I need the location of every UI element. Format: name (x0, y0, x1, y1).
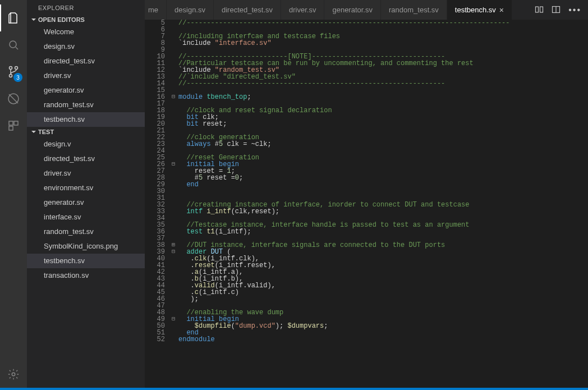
fold-marker[interactable] (169, 282, 177, 289)
code-line[interactable]: //clock and reset signal declaration (178, 107, 588, 114)
status-bar[interactable] (0, 388, 588, 390)
more-icon[interactable]: ••• (568, 5, 581, 15)
fold-marker[interactable] (169, 215, 177, 222)
code-line[interactable]: //enabling the wave dump (178, 309, 588, 316)
editor-tab[interactable]: random_test.sv (381, 0, 447, 20)
search-icon[interactable] (0, 31, 27, 58)
fold-marker[interactable] (169, 47, 177, 53)
editor-tab[interactable]: design.sv (167, 0, 214, 20)
fold-marker[interactable] (169, 20, 177, 26)
fold-marker[interactable] (169, 329, 177, 336)
fold-marker[interactable] (169, 141, 177, 148)
extensions-icon[interactable] (0, 112, 27, 139)
fold-marker[interactable] (169, 228, 177, 235)
fold-marker[interactable] (169, 148, 177, 154)
close-icon[interactable]: × (499, 6, 504, 15)
file-item[interactable]: environment.sv (27, 181, 145, 195)
fold-marker[interactable] (169, 87, 177, 94)
fold-marker[interactable] (169, 276, 177, 282)
file-item[interactable]: directed_test.sv (27, 54, 145, 68)
file-item[interactable]: generator.sv (27, 83, 145, 98)
section-test[interactable]: TEST (27, 127, 145, 137)
fold-gutter[interactable]: ⊟⊟⊞⊟⊟ (169, 20, 177, 388)
code-line[interactable]: always #5 clk = ~clk; (178, 141, 588, 148)
fold-marker[interactable] (169, 235, 177, 242)
fold-marker[interactable] (169, 67, 177, 74)
fold-marker[interactable] (169, 134, 177, 141)
editor-tab[interactable]: testbench.sv× (447, 0, 512, 20)
fold-marker[interactable] (169, 26, 177, 33)
fold-marker[interactable] (169, 121, 177, 127)
fold-marker[interactable] (169, 269, 177, 276)
code-line[interactable]: .valid(i_intf.valid), (178, 282, 588, 289)
split-editor-icon[interactable] (552, 5, 561, 15)
fold-marker[interactable] (169, 60, 177, 67)
editor-tab[interactable]: directed_test.sv (214, 0, 281, 20)
section-open-editors[interactable]: OPEN EDITORS (27, 15, 145, 25)
file-item[interactable]: random_test.sv (27, 98, 145, 112)
code-line[interactable] (178, 188, 588, 195)
code-line[interactable]: bit clk; (178, 114, 588, 121)
compare-icon[interactable] (535, 5, 544, 15)
fold-marker[interactable] (169, 201, 177, 208)
code-line[interactable]: initial begin (178, 161, 588, 168)
fold-marker[interactable] (169, 107, 177, 114)
code-line[interactable]: .c(i_intf.c) (178, 289, 588, 296)
fold-marker[interactable] (169, 154, 177, 161)
file-item[interactable]: driver.sv (27, 68, 145, 83)
code-line[interactable]: //--------------------------------------… (178, 20, 588, 26)
fold-marker[interactable] (169, 208, 177, 215)
code-line[interactable]: module tbench_top; (178, 94, 588, 100)
source-control-icon[interactable]: 3 (0, 58, 27, 85)
file-item[interactable]: SymbolKind_icons.png (27, 239, 145, 254)
file-item[interactable]: testbench.sv (27, 254, 145, 268)
code-content[interactable]: //--------------------------------------… (177, 20, 588, 388)
fold-marker[interactable] (169, 175, 177, 181)
gear-icon[interactable] (0, 361, 27, 388)
fold-marker[interactable] (169, 188, 177, 195)
fold-marker[interactable]: ⊞ (169, 242, 177, 249)
code-editor[interactable]: 5678910111213141516171819202122232425262… (145, 20, 588, 388)
code-line[interactable]: test t1(i_intf); (178, 228, 588, 235)
code-line[interactable]: //reset Generation (178, 154, 588, 161)
debug-icon[interactable] (0, 85, 27, 112)
fold-marker[interactable] (169, 289, 177, 296)
file-item[interactable]: design.v (27, 137, 145, 152)
code-line[interactable]: $dumpfile("dump.vcd"); $dumpvars; (178, 323, 588, 329)
file-item[interactable]: Welcome (27, 25, 145, 39)
code-line[interactable]: ); (178, 296, 588, 302)
editor-tab[interactable]: driver.sv (281, 0, 324, 20)
fold-marker[interactable] (169, 296, 177, 302)
file-item[interactable]: transaction.sv (27, 268, 145, 283)
fold-marker[interactable] (169, 302, 177, 309)
fold-marker[interactable] (169, 323, 177, 329)
fold-marker[interactable] (169, 127, 177, 134)
file-item[interactable]: design.sv (27, 39, 145, 54)
fold-marker[interactable]: ⊟ (169, 161, 177, 168)
file-item[interactable]: interface.sv (27, 210, 145, 224)
code-line[interactable]: `include "interface.sv" (178, 40, 588, 47)
explorer-icon[interactable] (0, 4, 27, 31)
fold-marker[interactable] (169, 114, 177, 121)
file-item[interactable]: directed_test.sv (27, 152, 145, 166)
file-item[interactable]: testbench.sv (27, 112, 145, 127)
fold-marker[interactable] (169, 53, 177, 60)
fold-marker[interactable] (169, 195, 177, 201)
file-item[interactable]: driver.sv (27, 166, 145, 181)
file-item[interactable]: random_test.sv (27, 224, 145, 239)
fold-marker[interactable] (169, 74, 177, 80)
editor-tab[interactable]: generator.sv (324, 0, 381, 20)
fold-marker[interactable] (169, 336, 177, 343)
fold-marker[interactable] (169, 33, 177, 40)
fold-marker[interactable] (169, 222, 177, 228)
fold-marker[interactable] (169, 80, 177, 87)
editor-tab[interactable]: me (145, 0, 167, 20)
fold-marker[interactable] (169, 255, 177, 262)
fold-marker[interactable] (169, 309, 177, 316)
code-line[interactable]: #5 reset =0; (178, 175, 588, 181)
code-line[interactable]: end (178, 181, 588, 188)
fold-marker[interactable] (169, 40, 177, 47)
fold-marker[interactable] (169, 100, 177, 107)
code-line[interactable]: //--------------------------------------… (178, 80, 588, 87)
fold-marker[interactable]: ⊟ (169, 316, 177, 323)
